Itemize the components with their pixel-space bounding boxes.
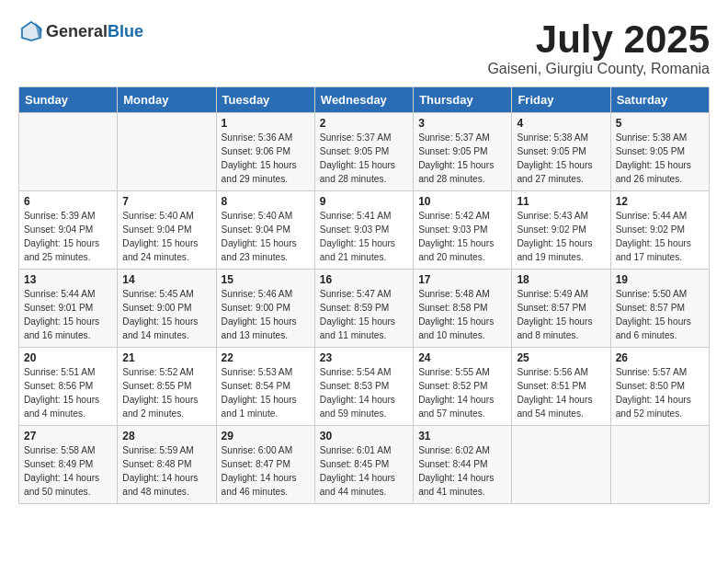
day-number: 27 xyxy=(24,430,112,442)
day-number: 19 xyxy=(616,273,704,286)
day-number: 24 xyxy=(418,351,506,364)
day-detail: Sunrise: 5:38 AMSunset: 9:05 PMDaylight:… xyxy=(517,132,605,186)
day-detail: Sunrise: 5:59 AMSunset: 8:48 PMDaylight:… xyxy=(122,444,210,499)
logo: GeneralBlue xyxy=(18,18,143,44)
calendar-cell: 21Sunrise: 5:52 AMSunset: 8:55 PMDayligh… xyxy=(118,348,216,426)
day-detail: Sunrise: 5:40 AMSunset: 9:04 PMDaylight:… xyxy=(222,210,310,264)
day-number: 3 xyxy=(418,117,506,130)
day-number: 30 xyxy=(320,430,408,442)
day-number: 12 xyxy=(616,195,704,208)
month-year-title: July 2025 xyxy=(487,18,710,61)
calendar-cell: 23Sunrise: 5:54 AMSunset: 8:53 PMDayligh… xyxy=(314,348,413,426)
day-number: 5 xyxy=(616,117,704,130)
day-number: 20 xyxy=(24,351,112,364)
day-of-week-header: Wednesday xyxy=(314,87,413,113)
day-detail: Sunrise: 5:49 AMSunset: 8:57 PMDaylight:… xyxy=(517,288,605,342)
calendar-cell xyxy=(19,113,118,191)
calendar-cell: 24Sunrise: 5:55 AMSunset: 8:52 PMDayligh… xyxy=(414,348,512,426)
day-detail: Sunrise: 5:44 AMSunset: 9:01 PMDaylight:… xyxy=(24,288,112,342)
calendar-cell: 11Sunrise: 5:43 AMSunset: 9:02 PMDayligh… xyxy=(512,191,610,270)
day-detail: Sunrise: 5:55 AMSunset: 8:52 PMDaylight:… xyxy=(418,366,506,420)
day-detail: Sunrise: 5:58 AMSunset: 8:49 PMDaylight:… xyxy=(24,444,112,499)
calendar-cell: 29Sunrise: 6:00 AMSunset: 8:47 PMDayligh… xyxy=(216,426,314,504)
day-number: 10 xyxy=(418,195,506,208)
calendar-cell: 17Sunrise: 5:48 AMSunset: 8:58 PMDayligh… xyxy=(414,270,512,348)
calendar-cell: 14Sunrise: 5:45 AMSunset: 9:00 PMDayligh… xyxy=(118,270,216,348)
day-of-week-header: Sunday xyxy=(19,87,118,113)
day-number: 22 xyxy=(222,351,310,364)
calendar-cell xyxy=(118,113,216,191)
calendar-cell: 5Sunrise: 5:38 AMSunset: 9:05 PMDaylight… xyxy=(610,113,709,191)
day-of-week-header: Thursday xyxy=(414,87,512,113)
day-number: 4 xyxy=(517,117,605,130)
day-detail: Sunrise: 5:37 AMSunset: 9:05 PMDaylight:… xyxy=(320,132,408,186)
calendar-table: SundayMondayTuesdayWednesdayThursdayFrid… xyxy=(18,86,710,504)
calendar-cell: 31Sunrise: 6:02 AMSunset: 8:44 PMDayligh… xyxy=(414,426,512,504)
day-detail: Sunrise: 5:51 AMSunset: 8:56 PMDaylight:… xyxy=(24,366,112,420)
day-number: 6 xyxy=(24,195,112,208)
calendar-cell: 25Sunrise: 5:56 AMSunset: 8:51 PMDayligh… xyxy=(512,348,610,426)
day-detail: Sunrise: 5:57 AMSunset: 8:50 PMDaylight:… xyxy=(616,366,704,420)
day-detail: Sunrise: 5:38 AMSunset: 9:05 PMDaylight:… xyxy=(616,132,704,186)
day-number: 31 xyxy=(418,430,506,442)
calendar-cell: 13Sunrise: 5:44 AMSunset: 9:01 PMDayligh… xyxy=(19,270,118,348)
day-number: 15 xyxy=(222,273,310,286)
day-number: 17 xyxy=(418,273,506,286)
day-number: 26 xyxy=(616,351,704,364)
day-detail: Sunrise: 5:42 AMSunset: 9:03 PMDaylight:… xyxy=(418,210,506,264)
calendar-cell xyxy=(512,426,610,504)
day-detail: Sunrise: 5:54 AMSunset: 8:53 PMDaylight:… xyxy=(320,366,408,420)
calendar-cell: 10Sunrise: 5:42 AMSunset: 9:03 PMDayligh… xyxy=(414,191,512,270)
calendar-cell: 19Sunrise: 5:50 AMSunset: 8:57 PMDayligh… xyxy=(610,270,709,348)
calendar-cell: 26Sunrise: 5:57 AMSunset: 8:50 PMDayligh… xyxy=(610,348,709,426)
day-detail: Sunrise: 6:00 AMSunset: 8:47 PMDaylight:… xyxy=(222,444,310,499)
day-number: 14 xyxy=(122,273,210,286)
day-number: 21 xyxy=(122,351,210,364)
day-detail: Sunrise: 5:48 AMSunset: 8:58 PMDaylight:… xyxy=(418,288,506,342)
day-number: 7 xyxy=(122,195,210,208)
day-detail: Sunrise: 5:44 AMSunset: 9:02 PMDaylight:… xyxy=(616,210,704,264)
day-of-week-header: Tuesday xyxy=(216,87,314,113)
day-number: 11 xyxy=(517,195,605,208)
day-detail: Sunrise: 5:46 AMSunset: 9:00 PMDaylight:… xyxy=(222,288,310,342)
day-of-week-header: Monday xyxy=(118,87,216,113)
day-of-week-header: Saturday xyxy=(610,87,709,113)
calendar-cell: 18Sunrise: 5:49 AMSunset: 8:57 PMDayligh… xyxy=(512,270,610,348)
logo-blue: Blue xyxy=(108,22,143,40)
day-number: 13 xyxy=(24,273,112,286)
calendar-cell: 22Sunrise: 5:53 AMSunset: 8:54 PMDayligh… xyxy=(216,348,314,426)
calendar-cell: 15Sunrise: 5:46 AMSunset: 9:00 PMDayligh… xyxy=(216,270,314,348)
day-detail: Sunrise: 5:47 AMSunset: 8:59 PMDaylight:… xyxy=(320,288,408,342)
day-detail: Sunrise: 5:50 AMSunset: 8:57 PMDaylight:… xyxy=(616,288,704,342)
day-detail: Sunrise: 5:53 AMSunset: 8:54 PMDaylight:… xyxy=(222,366,310,420)
calendar-cell: 8Sunrise: 5:40 AMSunset: 9:04 PMDaylight… xyxy=(216,191,314,270)
title-block: July 2025 Gaiseni, Giurgiu County, Roman… xyxy=(487,18,710,77)
day-detail: Sunrise: 5:36 AMSunset: 9:06 PMDaylight:… xyxy=(222,132,310,186)
calendar-week-row: 6Sunrise: 5:39 AMSunset: 9:04 PMDaylight… xyxy=(19,191,710,270)
day-number: 9 xyxy=(320,195,408,208)
day-detail: Sunrise: 5:52 AMSunset: 8:55 PMDaylight:… xyxy=(122,366,210,420)
calendar-cell: 16Sunrise: 5:47 AMSunset: 8:59 PMDayligh… xyxy=(314,270,413,348)
day-detail: Sunrise: 5:56 AMSunset: 8:51 PMDaylight:… xyxy=(517,366,605,420)
calendar-cell: 28Sunrise: 5:59 AMSunset: 8:48 PMDayligh… xyxy=(118,426,216,504)
day-number: 29 xyxy=(222,430,310,442)
calendar-week-row: 20Sunrise: 5:51 AMSunset: 8:56 PMDayligh… xyxy=(19,348,710,426)
day-number: 2 xyxy=(320,117,408,130)
calendar-cell: 9Sunrise: 5:41 AMSunset: 9:03 PMDaylight… xyxy=(314,191,413,270)
day-number: 25 xyxy=(517,351,605,364)
day-number: 18 xyxy=(517,273,605,286)
calendar-cell: 27Sunrise: 5:58 AMSunset: 8:49 PMDayligh… xyxy=(19,426,118,504)
calendar-cell: 6Sunrise: 5:39 AMSunset: 9:04 PMDaylight… xyxy=(19,191,118,270)
day-number: 23 xyxy=(320,351,408,364)
calendar-cell: 4Sunrise: 5:38 AMSunset: 9:05 PMDaylight… xyxy=(512,113,610,191)
day-number: 16 xyxy=(320,273,408,286)
page-header: GeneralBlue July 2025 Gaiseni, Giurgiu C… xyxy=(18,18,710,77)
day-detail: Sunrise: 5:45 AMSunset: 9:00 PMDaylight:… xyxy=(122,288,210,342)
logo-icon xyxy=(18,18,44,44)
day-number: 28 xyxy=(122,430,210,442)
logo-general: General xyxy=(46,22,108,40)
day-detail: Sunrise: 5:39 AMSunset: 9:04 PMDaylight:… xyxy=(24,210,112,264)
calendar-cell: 1Sunrise: 5:36 AMSunset: 9:06 PMDaylight… xyxy=(216,113,314,191)
day-detail: Sunrise: 6:01 AMSunset: 8:45 PMDaylight:… xyxy=(320,444,408,499)
day-detail: Sunrise: 6:02 AMSunset: 8:44 PMDaylight:… xyxy=(418,444,506,499)
